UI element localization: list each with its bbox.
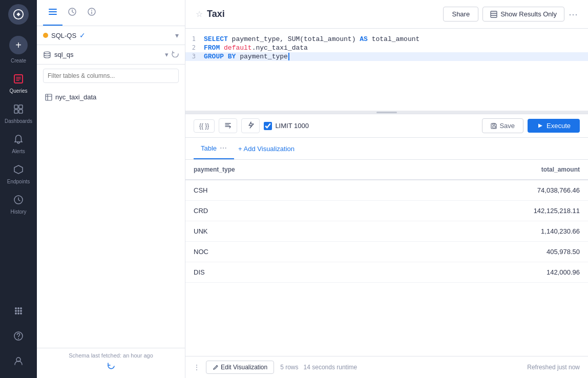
svg-rect-3 — [19, 105, 23, 109]
table-name: nyc_taxi_data — [55, 93, 96, 101]
results-panel: Table ⋯ + Add Visualization payment_type… — [185, 138, 588, 378]
sidebar-item-label: Endpoints — [7, 179, 30, 184]
svg-point-9 — [17, 307, 19, 309]
sidebar-item-queries[interactable]: Queries — [0, 69, 37, 99]
col-payment-type: payment_type — [185, 160, 379, 180]
user-icon — [13, 356, 24, 369]
refresh-status: Refreshed just now — [527, 364, 580, 371]
limit-checkbox[interactable] — [264, 122, 272, 130]
status-more-icon[interactable]: ⋮ — [194, 364, 200, 371]
svg-point-18 — [18, 338, 19, 339]
svg-rect-20 — [49, 9, 57, 10]
sidebar-item-label: Create — [11, 58, 26, 64]
connection-name: SQL-QS — [51, 32, 76, 39]
sidebar-item-endpoints[interactable]: Endpoints — [0, 159, 37, 190]
results-tabs: Table ⋯ + Add Visualization — [185, 138, 588, 160]
connection-selector[interactable]: SQL-QS ✓ ▾ — [37, 26, 185, 45]
database-selector[interactable]: sql_qs ▾ — [37, 45, 185, 65]
sidebar-item-user[interactable] — [13, 351, 24, 374]
schema-fetch-time: Schema last fetched: an hour ago — [69, 352, 153, 359]
schema-tab-schema[interactable] — [43, 0, 62, 26]
show-results-button[interactable]: Show Results Only — [482, 7, 564, 22]
cell-payment-type: DIS — [185, 262, 379, 283]
svg-point-10 — [20, 307, 22, 309]
query-toolbar: {{ }} LIMIT 1000 — [185, 114, 588, 138]
code-line-1: 1 SELECT payment_type, SUM(total_amount)… — [185, 35, 588, 44]
template-button[interactable]: {{ }} — [194, 119, 215, 133]
sidebar-item-label: History — [10, 209, 26, 215]
results-icon — [490, 11, 497, 18]
svg-point-26 — [44, 52, 50, 54]
tab-table[interactable]: Table ⋯ — [194, 138, 234, 159]
edit-visualization-button[interactable]: Edit Visualization — [206, 361, 274, 374]
tab-add-visualization[interactable]: + Add Visualization — [234, 139, 299, 159]
execute-button[interactable]: Execute — [528, 119, 580, 133]
svg-point-14 — [15, 312, 17, 314]
format-button[interactable] — [219, 118, 237, 133]
schema-tab-history[interactable] — [62, 0, 82, 26]
svg-rect-29 — [493, 126, 495, 128]
save-button[interactable]: Save — [482, 118, 523, 133]
refresh-button[interactable] — [43, 359, 179, 374]
sidebar: + Create Queries Dashboards — [0, 0, 37, 378]
more-options-button[interactable]: ⋯ — [569, 9, 578, 20]
cell-total-amount: 142,000.96 — [379, 262, 588, 283]
limit-control: LIMIT 1000 — [264, 122, 309, 130]
tab-more-icon[interactable]: ⋯ — [220, 144, 227, 152]
cell-payment-type: UNK — [185, 221, 379, 242]
edit-viz-label: Edit Visualization — [221, 364, 267, 371]
sidebar-item-history[interactable]: History — [0, 190, 37, 220]
table-filter-input[interactable] — [43, 69, 179, 83]
cell-payment-type: CRD — [185, 201, 379, 221]
cell-total-amount: 1,140,230.66 — [379, 221, 588, 242]
endpoints-icon — [13, 164, 24, 177]
execute-label: Execute — [547, 122, 571, 130]
schema-panel: SQL-QS ✓ ▾ sql_qs ▾ — [37, 0, 185, 378]
sidebar-item-alerts[interactable]: Alerts — [0, 129, 37, 159]
table-row: CSH 74,038,766.46 — [185, 180, 588, 201]
svg-point-15 — [17, 312, 19, 314]
sidebar-item-create[interactable]: + Create — [0, 29, 37, 69]
line-number: 3 — [185, 53, 204, 60]
lightning-icon — [247, 121, 254, 129]
database-name: sql_qs — [54, 51, 74, 58]
table-row: DIS 142,000.96 — [185, 262, 588, 283]
sidebar-item-apps[interactable] — [13, 301, 24, 324]
star-icon[interactable]: ☆ — [196, 9, 203, 19]
line-number: 1 — [185, 35, 204, 43]
table-body: CSH 74,038,766.46 CRD 142,125,218.11 UNK… — [185, 180, 588, 283]
edit-icon — [213, 364, 219, 370]
sidebar-item-help[interactable] — [13, 326, 24, 349]
svg-point-13 — [20, 310, 22, 312]
sidebar-item-dashboards[interactable]: Dashboards — [0, 99, 37, 129]
svg-rect-28 — [491, 11, 497, 17]
cell-total-amount: 405,978.50 — [379, 242, 588, 262]
apps-icon — [13, 306, 24, 319]
table-list: nyc_taxi_data — [37, 87, 185, 348]
cell-total-amount: 142,125,218.11 — [379, 201, 588, 221]
code-editor[interactable]: 1 SELECT payment_type, SUM(total_amount)… — [185, 29, 588, 111]
chevron-down-icon[interactable]: ▾ — [175, 31, 179, 39]
svg-rect-27 — [46, 94, 52, 100]
autocomplete-button[interactable] — [241, 118, 260, 133]
queries-icon — [13, 74, 24, 87]
share-button[interactable]: Share — [443, 7, 478, 22]
svg-point-16 — [20, 312, 22, 314]
alerts-icon — [13, 134, 24, 147]
sidebar-item-label: Queries — [9, 88, 27, 94]
svg-rect-2 — [14, 105, 18, 109]
svg-rect-22 — [49, 14, 57, 15]
data-table: payment_type total_amount CSH 74,038,766… — [185, 160, 588, 283]
connection-check-icon: ✓ — [79, 31, 86, 39]
schema-tab-info[interactable] — [82, 0, 101, 26]
show-results-label: Show Results Only — [500, 10, 557, 18]
svg-rect-30 — [493, 123, 495, 125]
svg-point-25 — [91, 10, 92, 11]
refresh-spin-icon — [107, 362, 116, 371]
page-title: Taxi — [207, 9, 225, 19]
app-logo[interactable] — [8, 4, 29, 25]
chevron-down-icon[interactable]: ▾ — [165, 51, 169, 58]
refresh-icon[interactable] — [172, 50, 179, 59]
sidebar-item-label: Dashboards — [5, 118, 32, 124]
table-item-nyc-taxi-data[interactable]: nyc_taxi_data — [43, 89, 179, 105]
